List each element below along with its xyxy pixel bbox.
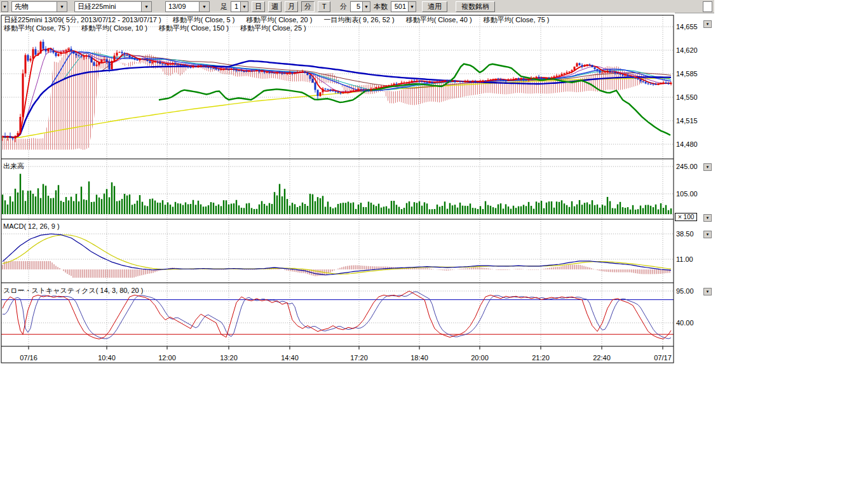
pane-scale-dropdown-button[interactable]: ▼ bbox=[703, 288, 712, 295]
category-select-value: 先物 bbox=[12, 2, 57, 11]
stoch-axis-label: 40.00 bbox=[676, 319, 694, 327]
bars-count-input[interactable]: 501 ▼ bbox=[391, 1, 416, 12]
pane-scale-dropdown-button[interactable]: ▼ bbox=[703, 20, 712, 28]
chevron-down-icon: ▼ bbox=[57, 2, 67, 11]
time-axis-label: 07/17 bbox=[648, 354, 678, 362]
legend-item: 日経225mini 13/09( 5分, 2013/07/12 - 2013/0… bbox=[4, 16, 161, 24]
legend-item: 一目均衡表( 9, 26, 52 ) bbox=[323, 16, 394, 24]
macd-pane-label: MACD( 12, 26, 9 ) bbox=[3, 222, 60, 230]
chart-area: 日経225mini 13/09( 5分, 2013/07/12 - 2013/0… bbox=[0, 13, 724, 370]
minutes-input[interactable]: 5 ▼ bbox=[350, 1, 370, 12]
volume-axis-label: 245.00 bbox=[676, 163, 698, 170]
legend-item: 移動平均( Close, 75 ) bbox=[484, 16, 550, 24]
bars-count-value: 501 bbox=[391, 3, 408, 10]
bars-count-label: 本数 bbox=[374, 2, 388, 11]
legend-item: 移動平均( Close, 10 ) bbox=[81, 24, 147, 32]
period-tick-button[interactable]: T bbox=[318, 1, 330, 12]
price-chart-canvas[interactable] bbox=[0, 13, 724, 370]
legend-item: 移動平均( Close, 150 ) bbox=[159, 24, 229, 32]
volume-multiplier-badge: × 100 bbox=[675, 213, 697, 221]
pane-scale-dropdown-button[interactable]: ▼ bbox=[703, 214, 712, 222]
bar-count-input[interactable]: 1 ▼ bbox=[231, 1, 248, 12]
time-axis-label: 20:00 bbox=[465, 354, 495, 362]
chevron-down-icon: ▼ bbox=[199, 2, 209, 11]
time-axis-label: 21:20 bbox=[526, 354, 556, 362]
category-select[interactable]: 先物 ▼ bbox=[11, 1, 67, 12]
minutes-value: 5 bbox=[351, 3, 362, 10]
time-axis-label: 10:40 bbox=[92, 354, 122, 362]
pane-scale-dropdown-button[interactable]: ▼ bbox=[703, 163, 712, 171]
time-axis-label: 22:40 bbox=[587, 354, 617, 362]
price-axis-label: 14,550 bbox=[676, 93, 698, 101]
volume-pane-label: 出来高 bbox=[3, 161, 24, 171]
legend-item: 移動平均( Close, 20 ) bbox=[246, 16, 312, 24]
legend-item: 移動平均( Close, 40 ) bbox=[406, 16, 472, 24]
price-axis-label: 14,655 bbox=[676, 23, 698, 30]
price-axis-label: 14,620 bbox=[676, 46, 698, 54]
volume-axis-label: 105.00 bbox=[676, 190, 698, 198]
time-axis-label: 14:40 bbox=[275, 354, 305, 362]
chevron-down-icon: ▼ bbox=[2, 2, 8, 11]
time-axis-label: 17:20 bbox=[344, 354, 374, 362]
toolbar-mini-dropdown[interactable]: ▼ bbox=[1, 1, 8, 12]
pane-scale-dropdown-button[interactable]: ▼ bbox=[703, 231, 712, 238]
chevron-down-icon: ▼ bbox=[141, 2, 151, 11]
chevron-down-icon: ▼ bbox=[240, 2, 248, 11]
stoch-pane-label: スロー・ストキャスティクス( 14, 3, 80, 20 ) bbox=[3, 286, 143, 295]
period-minute-button[interactable]: 分 bbox=[301, 1, 315, 12]
legend-item: 移動平均( Close, 5 ) bbox=[173, 16, 235, 24]
contract-select[interactable]: 13/09 ▼ bbox=[165, 1, 210, 12]
legend-item: 移動平均( Close, 25 ) bbox=[240, 24, 306, 32]
stoch-axis-label: 95.00 bbox=[676, 287, 694, 295]
chevron-down-icon: ▼ bbox=[408, 2, 416, 11]
apply-button[interactable]: 適用 bbox=[422, 1, 447, 12]
bar-type-label: 足 bbox=[220, 2, 227, 11]
time-axis-label: 13:20 bbox=[214, 354, 244, 362]
period-week-button[interactable]: 週 bbox=[268, 1, 281, 12]
period-day-button[interactable]: 日 bbox=[252, 1, 265, 12]
time-axis-label: 18:40 bbox=[404, 354, 435, 362]
indicator-legend-row2: 移動平均( Close, 75 )移動平均( Close, 10 )移動平均( … bbox=[4, 24, 318, 33]
price-axis-label: 14,585 bbox=[676, 70, 698, 78]
price-axis-label: 14,480 bbox=[676, 140, 698, 148]
legend-item: 移動平均( Close, 75 ) bbox=[4, 24, 70, 32]
multi-symbol-button[interactable]: 複数銘柄 bbox=[456, 1, 495, 12]
bar-count-value: 1 bbox=[231, 3, 240, 10]
macd-axis-label: 11.00 bbox=[676, 255, 693, 263]
minutes-label: 分 bbox=[340, 2, 347, 11]
macd-axis-label: 38.50 bbox=[676, 230, 694, 238]
toolbar: ▼ 先物 ▼ 日経225mini ▼ 13/09 ▼ 足 1 ▼ 日 週 月 分… bbox=[0, 0, 714, 13]
contract-select-value: 13/09 bbox=[166, 3, 199, 10]
toolbar-end-box bbox=[703, 1, 712, 12]
price-axis-label: 14,515 bbox=[676, 117, 698, 125]
time-axis-label: 12:00 bbox=[152, 354, 182, 362]
time-axis-label: 07/16 bbox=[13, 354, 44, 362]
symbol-select[interactable]: 日経225mini ▼ bbox=[74, 1, 152, 12]
period-month-button[interactable]: 月 bbox=[285, 1, 298, 12]
symbol-select-value: 日経225mini bbox=[75, 2, 141, 11]
chevron-down-icon: ▼ bbox=[362, 2, 370, 11]
